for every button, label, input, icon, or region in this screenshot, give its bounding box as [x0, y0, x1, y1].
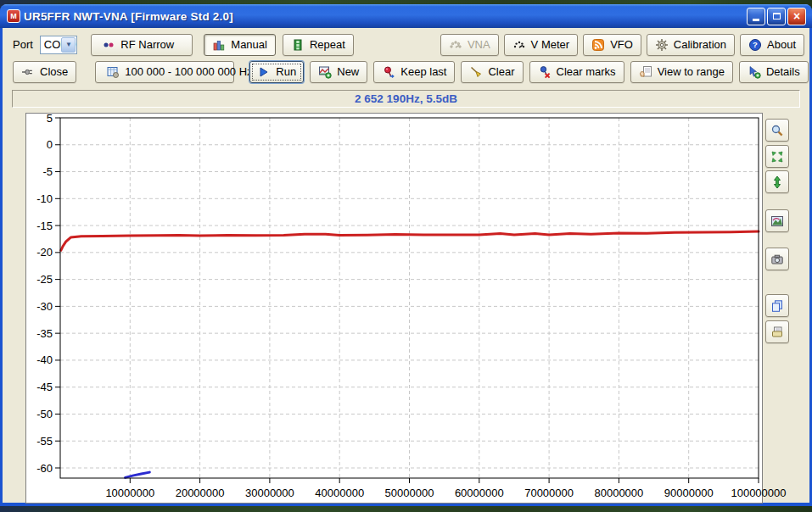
chart-panel: 50-5-10-15-20-25-30-35-40-45-50-55-60100… — [25, 113, 763, 504]
rf-narrow-button[interactable]: RF Narrow — [91, 34, 193, 56]
svg-text:-45: -45 — [36, 381, 53, 393]
svg-text:40000000: 40000000 — [315, 487, 364, 499]
keep-last-label: Keep last — [400, 65, 446, 78]
print-icon — [770, 326, 784, 339]
chart-canvas[interactable]: 50-5-10-15-20-25-30-35-40-45-50-55-60100… — [26, 114, 762, 503]
clear-button[interactable]: Clear — [461, 61, 523, 83]
app-icon[interactable]: M — [7, 9, 20, 23]
minimize-icon — [753, 19, 759, 21]
svg-text:-10: -10 — [36, 192, 53, 205]
close-icon: × — [793, 10, 800, 22]
vfo-label: VFO — [610, 38, 633, 51]
window-titlebar[interactable]: M UR5FFR NWT-VNA [Firmware Std 2.0] × — [0, 4, 812, 28]
table-gear-icon — [106, 65, 120, 79]
run-button[interactable]: Run — [249, 61, 304, 83]
svg-text:-60: -60 — [36, 462, 53, 475]
manual-label: Manual — [231, 38, 267, 51]
pin-icon — [382, 65, 395, 79]
new-chart-icon — [318, 65, 332, 79]
svg-text:20000000: 20000000 — [176, 487, 225, 499]
pin-x-icon — [538, 65, 552, 79]
film-icon — [291, 38, 305, 52]
zoom-button[interactable] — [765, 119, 789, 142]
port-combobox[interactable]: COM9 ▼ — [40, 36, 78, 54]
vna-button[interactable]: VNA — [440, 34, 499, 56]
keep-last-button[interactable]: Keep last — [373, 61, 455, 83]
new-button[interactable]: New — [310, 61, 367, 83]
clear-marks-label: Clear marks — [557, 65, 616, 78]
vna-label: VNA — [468, 38, 490, 51]
svg-text:0: 0 — [47, 138, 53, 151]
bar-chart-icon — [212, 38, 226, 52]
gauge-icon — [512, 38, 526, 52]
phase-trace-blue — [126, 472, 150, 477]
toolbar-row-1: Port COM9 ▼ RF Narrow Manual — [9, 33, 804, 56]
fit-vertical-icon — [770, 175, 784, 189]
frequency-range-label: 100 000 - 100 000 000 Hz — [125, 65, 252, 78]
svg-text:30000000: 30000000 — [245, 487, 294, 499]
gain-trace-red — [61, 231, 759, 250]
toolbar-row-2: Close 100 000 - 100 000 000 Hz Run — [9, 60, 804, 83]
chevron-down-icon[interactable]: ▼ — [61, 37, 76, 53]
view-to-range-label: View to range — [658, 65, 725, 78]
svg-text:90000000: 90000000 — [664, 487, 714, 499]
view-to-range-button[interactable]: View to range — [630, 61, 733, 83]
close-port-button[interactable]: Close — [13, 61, 76, 83]
window-title: UR5FFR NWT-VNA [Firmware Std 2.0] — [24, 10, 747, 23]
frequency-range-button[interactable]: 100 000 - 100 000 000 Hz — [95, 61, 234, 83]
repeat-label: Repeat — [310, 38, 345, 51]
fit-vertical-button[interactable] — [765, 170, 789, 193]
vfo-button[interactable]: VFO — [583, 34, 641, 56]
expand-arrows-icon — [770, 150, 784, 164]
copy-button[interactable] — [765, 294, 789, 317]
new-label: New — [337, 65, 359, 78]
calibration-label: Calibration — [674, 38, 726, 51]
svg-text:-15: -15 — [36, 220, 53, 232]
port-label: Port — [13, 38, 33, 51]
arrow-plus-icon — [748, 65, 761, 79]
print-button[interactable] — [765, 320, 789, 343]
svg-text:-20: -20 — [36, 246, 53, 259]
svg-text:80000000: 80000000 — [594, 487, 643, 499]
svg-text:-25: -25 — [36, 273, 53, 286]
svg-text:-35: -35 — [36, 327, 53, 340]
svg-text:70000000: 70000000 — [524, 487, 574, 499]
screenshot-button[interactable] — [765, 248, 789, 270]
svg-text:-55: -55 — [36, 435, 53, 448]
chart-image-icon — [770, 214, 784, 228]
hand-page-icon — [639, 65, 652, 79]
svg-text:60000000: 60000000 — [455, 487, 504, 499]
app-window: M UR5FFR NWT-VNA [Firmware Std 2.0] × Po… — [0, 4, 812, 506]
gauge-icon — [449, 38, 462, 52]
svg-text:-30: -30 — [36, 300, 53, 313]
broom-icon — [469, 65, 483, 79]
rss-icon — [591, 38, 605, 52]
status-marker-readout: 2 652 190Hz, 5.5dB — [355, 92, 457, 105]
question-icon: ? — [748, 38, 762, 52]
minimize-button[interactable] — [747, 8, 765, 25]
svg-text:50000000: 50000000 — [385, 487, 434, 499]
svg-text:?: ? — [753, 40, 758, 49]
fit-all-button[interactable] — [765, 145, 789, 168]
svg-text:-5: -5 — [42, 165, 53, 178]
copy-icon — [770, 299, 784, 313]
camera-icon — [770, 253, 784, 266]
svg-text:-50: -50 — [36, 408, 53, 420]
clear-marks-button[interactable]: Clear marks — [529, 61, 624, 83]
chart-image-button[interactable] — [765, 209, 789, 232]
calibration-button[interactable]: Calibration — [647, 34, 735, 56]
rf-narrow-label: RF Narrow — [120, 38, 174, 51]
status-bar: 2 652 190Hz, 5.5dB — [12, 90, 800, 108]
close-port-label: Close — [40, 65, 68, 78]
manual-button[interactable]: Manual — [204, 34, 276, 56]
plug-icon — [21, 65, 35, 79]
clear-label: Clear — [488, 65, 514, 78]
gear-icon — [655, 38, 669, 52]
repeat-button[interactable]: Repeat — [283, 34, 354, 56]
svg-text:-40: -40 — [36, 353, 53, 366]
magnifier-icon — [770, 124, 784, 137]
v-meter-label: V Meter — [531, 38, 570, 51]
v-meter-button[interactable]: V Meter — [504, 34, 579, 56]
two-dots-icon — [102, 38, 115, 52]
svg-text:10000000: 10000000 — [105, 487, 154, 499]
